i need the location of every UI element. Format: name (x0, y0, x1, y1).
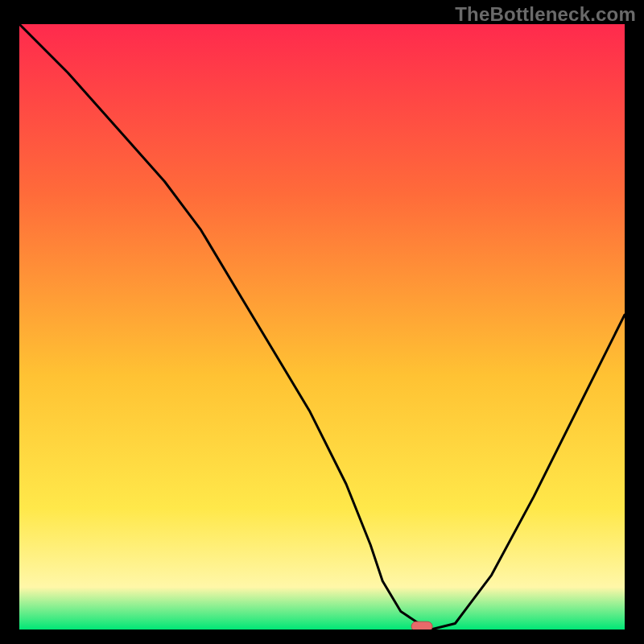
gradient-background (19, 24, 625, 630)
chart-frame: TheBottleneck.com (0, 0, 644, 644)
optimal-marker (411, 621, 432, 630)
watermark-text: TheBottleneck.com (455, 3, 636, 26)
chart-svg (19, 24, 625, 630)
plot-area (19, 24, 625, 630)
